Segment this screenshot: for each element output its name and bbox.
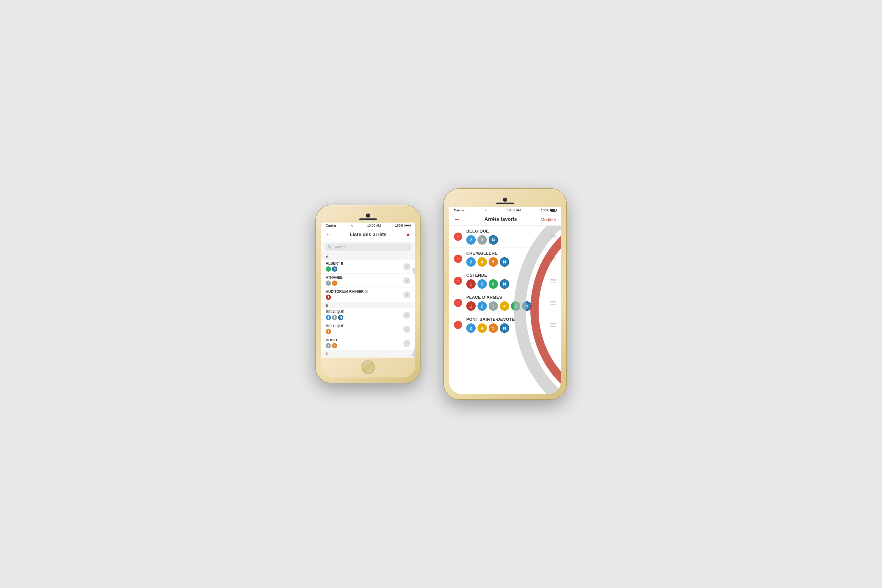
stop-row[interactable]: BELGIQUE5☆ — [321, 322, 415, 336]
favorite-line-badge: 2 — [466, 323, 476, 333]
delete-favorite-button[interactable]: − — [454, 321, 462, 329]
delete-favorite-button[interactable]: − — [454, 232, 462, 241]
drag-handle[interactable] — [550, 257, 556, 261]
favorite-row: −CREMAILLERE245N — [449, 248, 561, 270]
favorite-toggle[interactable]: ☆ — [404, 312, 410, 319]
favorite-row: −BELGIQUE23N — [449, 226, 561, 248]
favorite-line-badge: 2 — [466, 257, 476, 267]
modifier-button[interactable]: Modifier — [538, 217, 556, 222]
drag-handle[interactable] — [550, 235, 556, 238]
favorite-line-badge: 4 — [477, 257, 487, 267]
favorite-stop-name: PLACE D'ARMES — [466, 295, 548, 300]
favorite-row: −OSTENDE126N — [449, 270, 561, 292]
carrier: Carrier — [326, 224, 336, 227]
battery-icon-2 — [550, 209, 556, 212]
stop-name: BELGIQUE — [326, 324, 404, 328]
stop-name: BOSIO — [326, 338, 404, 342]
favorite-line-badge: N — [500, 323, 509, 333]
search-icon: 🔍 — [327, 245, 332, 249]
wifi-icon: ∿ — [351, 224, 353, 227]
line-badge: 3 — [332, 315, 337, 320]
drag-handle[interactable] — [550, 323, 556, 327]
favorite-line-badge: 4 — [477, 323, 487, 333]
line-badge: 3 — [326, 280, 331, 286]
camera-2 — [504, 198, 507, 201]
search-placeholder: Search — [333, 245, 345, 249]
line-badge: N — [332, 266, 337, 272]
stop-row[interactable]: AUDITORIUM RAINIER III1☆ — [321, 288, 415, 302]
status-time: 10:00 AM — [367, 224, 381, 227]
speaker-2 — [496, 202, 514, 204]
stop-list: AALBERT II6N☆ATHANEE35☆AUDITORIUM RAINIE… — [321, 254, 415, 357]
delete-favorite-button[interactable]: − — [454, 299, 462, 307]
favorite-line-badge: 5 — [489, 323, 498, 333]
favorite-line-badge: 2 — [477, 279, 487, 289]
line-badge: 5 — [332, 343, 337, 348]
section-header: A — [321, 254, 415, 260]
favorite-line-badge: N — [489, 235, 498, 244]
stop-name: ALBERT II — [326, 261, 404, 266]
camera — [367, 214, 369, 217]
stop-row[interactable]: CARNOLES34N☆ — [321, 357, 415, 357]
search-input[interactable]: 🔍 Search — [325, 243, 412, 251]
drag-handle[interactable] — [550, 301, 556, 304]
home-button-area — [321, 357, 415, 378]
battery-pct-2: 100% — [541, 208, 549, 212]
line-badge: 3 — [326, 343, 331, 348]
battery-pct: 100% — [395, 224, 404, 227]
favorite-toggle[interactable]: ☆ — [404, 340, 410, 347]
delete-favorite-button[interactable]: − — [454, 255, 462, 263]
delete-favorite-button[interactable]: − — [454, 277, 462, 285]
favorite-line-badge: 2 — [466, 235, 476, 244]
nav-title-2: Arrêts favoris — [463, 216, 538, 222]
favorite-row: −PONT SAINTE-DEVOTE245N — [449, 314, 561, 336]
line-badge: 5 — [326, 329, 331, 334]
favorite-toggle[interactable]: ☆ — [404, 277, 410, 284]
favorite-line-badge: N — [522, 302, 531, 311]
favorite-line-badge: 6 — [511, 302, 520, 311]
star-button[interactable]: ★ — [402, 231, 410, 238]
battery-icon — [405, 224, 410, 227]
drag-handle[interactable] — [550, 279, 556, 282]
favorite-toggle[interactable]: ☆ — [404, 263, 410, 270]
favorite-stop-name: PONT SAINTE-DEVOTE — [466, 317, 548, 322]
section-header: C — [321, 351, 415, 357]
section-header: B — [321, 302, 415, 308]
battery-area: 100% — [395, 224, 410, 227]
stop-name: ATHANEE — [326, 276, 404, 280]
favorite-stop-name: CREMAILLERE — [466, 251, 548, 255]
home-button[interactable] — [362, 360, 375, 374]
favorite-line-badge: 1 — [466, 279, 476, 289]
stop-name: AUDITORIUM RAINIER III — [326, 290, 404, 294]
battery-area-2: 100% — [541, 208, 556, 212]
stop-row[interactable]: BOSIO35☆ — [321, 336, 415, 351]
search-bar: 🔍 Search — [321, 241, 415, 254]
wifi-icon-2: ∿ — [485, 209, 487, 212]
status-time-2: 10:00 AM — [507, 208, 520, 212]
back-button-2[interactable]: ← — [454, 216, 463, 223]
favorite-stop-name: BELGIQUE — [466, 229, 548, 233]
back-button[interactable]: ← — [326, 231, 334, 238]
stop-row[interactable]: BELGIQUE23N☆ — [321, 308, 415, 322]
favorite-toggle[interactable]: ☆ — [404, 291, 410, 298]
status-bar: Carrier ∿ 10:00 AM 100% — [321, 222, 415, 228]
speaker — [359, 219, 377, 220]
favorite-line-badge: 4 — [500, 302, 509, 311]
line-badge: N — [338, 315, 344, 320]
favorite-line-badge: 5 — [489, 257, 498, 267]
line-badge: 5 — [332, 280, 337, 286]
stop-name: BELGIQUE — [326, 310, 404, 314]
favorite-line-badge: 2 — [477, 302, 487, 311]
favorite-toggle[interactable]: ☆ — [404, 326, 410, 333]
line-badge: 1 — [326, 295, 331, 300]
navigation-bar-2: ← Arrêts favoris Modifier — [449, 213, 561, 226]
stop-row[interactable]: ATHANEE35☆ — [321, 274, 415, 288]
navigation-bar: ← Liste des arrêts ★ — [321, 228, 415, 241]
line-badge: 2 — [326, 315, 331, 320]
status-bar-2: Carrier ∿ 10:00 AM 100% — [449, 207, 561, 213]
favorite-line-badge: 3 — [489, 302, 498, 311]
favorite-line-badge: N — [500, 279, 509, 289]
phone-2: Carrier ∿ 10:00 AM 100% ← Arrêts favoris… — [444, 189, 566, 399]
favorite-line-badge: 3 — [477, 235, 487, 244]
stop-row[interactable]: ALBERT II6N☆ — [321, 260, 415, 274]
